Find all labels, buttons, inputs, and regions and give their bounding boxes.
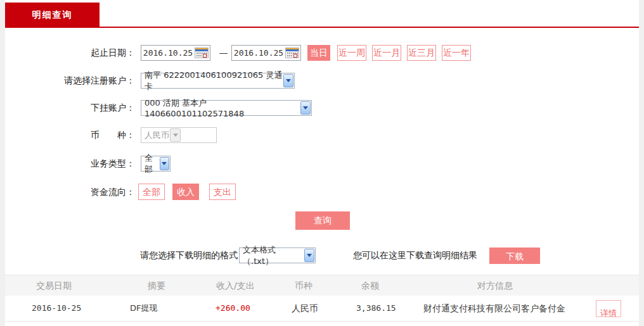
date-to-input[interactable]: 2016.10.25 [231,45,301,61]
chevron-down-icon[interactable] [300,101,311,115]
sub-account-select[interactable]: 000 活期 基本户 1406600101102571848 [141,100,312,116]
chevron-down-icon[interactable] [304,249,314,262]
fund-direction-income-button[interactable]: 收入 [172,184,199,200]
quick-range-quarter-button[interactable]: 近三月 [407,45,436,61]
date-to-value[interactable]: 2016.10.25 [232,48,285,58]
download-button[interactable]: 下载 [489,248,540,264]
column-header-summary: 摘要 [148,275,165,296]
date-from-input[interactable]: 2016.10.25 [141,45,210,61]
quick-range-today-button[interactable]: 当日 [307,45,330,61]
table-header-row: 交易日期 摘要 收入/支出 币种 余额 对方信息 [5,275,639,296]
cell-amount: +260.00 [216,296,250,321]
calendar-icon[interactable] [195,47,209,58]
calendar-icon[interactable] [285,47,299,58]
column-header-date: 交易日期 [36,275,72,296]
date-from-value[interactable]: 2016.10.25 [141,48,195,58]
content-panel: 明细查询 起止日期： 2016.10.25 — 2016.10.25 [5,0,639,326]
query-button[interactable]: 查询 [295,211,350,230]
tab-detail-query[interactable]: 明细查询 [5,3,100,27]
column-header-amount: 收入/支出 [216,275,255,296]
table-row: 2016-10-25 DF提现 +260.00 人民币 3,386.15 财付通… [5,296,639,322]
cell-summary: DF提现 [130,296,158,321]
currency-label: 币 种： [5,127,135,143]
quick-range-year-button[interactable]: 近一年 [442,45,471,61]
business-type-value: 全部 [145,153,159,175]
currency-value: 人民币 [145,130,169,141]
column-header-balance: 余额 [361,275,379,296]
download-format-select[interactable]: 文本格式（.txt） [239,248,316,263]
cell-balance: 3,386.15 [356,296,396,321]
business-type-select[interactable]: 全部 [141,156,171,172]
register-account-label: 请选择注册账户： [5,73,135,89]
cell-currency: 人民币 [292,296,318,321]
cell-counterparty: 财付通支付科技有限公司客户备付金 [423,296,565,321]
chevron-down-icon [170,129,181,142]
download-hint-text: 您可以在这里下载查询明细结果 [353,248,477,263]
currency-select: 人民币 [141,127,217,143]
cell-transaction-date: 2016-10-25 [32,296,81,321]
date-range-separator: — [216,45,231,61]
sub-account-label: 下挂账户： [5,100,135,116]
fund-direction-label: 资金流向： [5,184,135,200]
register-account-value: 南平 6222001406100921065 灵通卡 [145,70,283,92]
column-header-counterparty: 对方信息 [477,275,513,296]
tab-divider-line [5,27,639,28]
fund-direction-expense-button[interactable]: 支出 [209,184,236,200]
date-range-label: 起止日期： [5,45,135,61]
fund-direction-all-button[interactable]: 全部 [138,184,165,200]
column-header-currency: 币种 [295,275,312,296]
quick-range-week-button[interactable]: 近一周 [337,45,366,61]
sub-account-value: 000 活期 基本户 1406600101102571848 [145,97,300,118]
download-format-value: 文本格式（.txt） [243,244,304,267]
quick-range-month-button[interactable]: 近一月 [372,45,401,61]
download-format-label: 请您选择下载明细的格式 [5,248,238,263]
register-account-select[interactable]: 南平 6222001406100921065 灵通卡 [141,73,295,89]
business-type-label: 业务类型： [5,156,135,172]
chevron-down-icon[interactable] [283,74,293,87]
chevron-down-icon[interactable] [160,157,169,170]
detail-button[interactable]: 详情 [596,300,621,317]
